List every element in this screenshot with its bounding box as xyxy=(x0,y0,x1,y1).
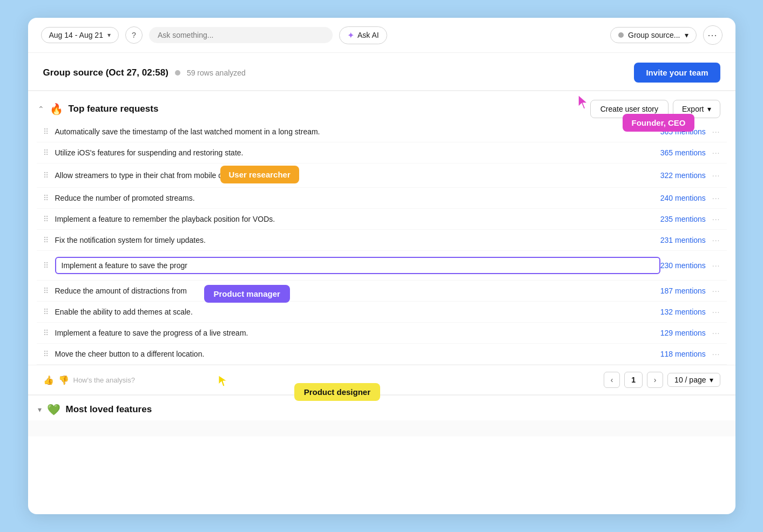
mentions-count[interactable]: 365 mentions xyxy=(660,148,706,157)
row-more-button[interactable]: ··· xyxy=(712,350,720,358)
row-more-button[interactable]: ··· xyxy=(712,215,720,223)
row-text: Utilize iOS's features for suspending an… xyxy=(55,148,244,157)
group-source-dot-icon xyxy=(618,32,624,38)
next-page-button[interactable]: › xyxy=(647,372,663,388)
row-more-button[interactable]: ··· xyxy=(712,194,720,202)
mentions-count[interactable]: 129 mentions xyxy=(660,329,706,337)
date-range-label: Aug 14 - Aug 21 xyxy=(49,31,103,39)
product-designer-badge: Product designer xyxy=(294,383,380,401)
table-row: ⠿ Move the cheer button to a different l… xyxy=(37,344,727,365)
drag-handle-icon[interactable]: ⠿ xyxy=(43,194,49,202)
orange-cursor-icon xyxy=(248,169,259,181)
thumbs-down-button[interactable]: 👎 xyxy=(58,375,69,385)
drag-handle-icon[interactable]: ⠿ xyxy=(43,236,49,244)
row-text: Automatically save the timestamp of the … xyxy=(55,127,320,136)
date-picker[interactable]: Aug 14 - Aug 21 ▾ xyxy=(41,27,119,43)
thumbs-up-button[interactable]: 👍 xyxy=(43,375,54,385)
row-more-button[interactable]: ··· xyxy=(712,127,720,136)
mentions-count[interactable]: 365 mentions xyxy=(660,127,706,136)
chevron-down-icon: ▾ xyxy=(710,376,713,384)
rows-analyzed-label: 59 rows analyzed xyxy=(187,69,246,77)
search-input[interactable] xyxy=(158,31,324,39)
heart-icon: 💚 xyxy=(47,403,60,416)
mentions-count[interactable]: 132 mentions xyxy=(660,308,706,316)
more-options-button[interactable]: ··· xyxy=(703,25,723,45)
row-more-button[interactable]: ··· xyxy=(712,236,720,244)
table-row: ⠿ Enable the ability to add themes at sc… xyxy=(37,302,727,323)
chevron-down-icon: ▾ xyxy=(707,105,711,113)
section2-header: ▾ 💚 Most loved features xyxy=(28,395,735,420)
chevron-down-icon: ▾ xyxy=(685,31,688,39)
table-row: ⠿ Reduce the number of promoted streams.… xyxy=(37,188,727,209)
create-user-story-button[interactable]: Create user story xyxy=(590,100,669,118)
drag-handle-icon[interactable]: ⠿ xyxy=(43,308,49,316)
prev-page-button[interactable]: ‹ xyxy=(604,372,620,388)
pagination: ‹ 1 › 10 / page ▾ xyxy=(604,372,720,388)
table-footer: 👍 👎 How's the analysis? Product designer… xyxy=(28,365,735,394)
row-text: Reduce the amount of distractions from xyxy=(55,287,187,295)
mentions-count[interactable]: 118 mentions xyxy=(660,350,706,358)
per-page-label: 10 / page xyxy=(674,376,706,384)
row-more-button[interactable]: ··· xyxy=(712,148,720,157)
drag-handle-icon[interactable]: ⠿ xyxy=(43,148,49,157)
ask-ai-button[interactable]: ✦ Ask AI xyxy=(339,26,387,44)
current-page: 1 xyxy=(624,372,643,388)
group-source-button[interactable]: Group source... ▾ xyxy=(610,27,697,43)
svg-marker-0 xyxy=(578,95,588,109)
row-text: Allow streamers to type in their chat fr… xyxy=(55,171,240,180)
section2-title: Most loved features xyxy=(66,404,152,415)
drag-handle-icon[interactable]: ⠿ xyxy=(43,215,49,223)
mentions-count[interactable]: 230 mentions xyxy=(660,261,706,270)
section1-header: ⌃ 🔥 Top feature requests Create user sto… xyxy=(28,91,735,121)
page-title: Group source (Oct 27, 02:58) xyxy=(43,67,168,78)
row-edit-input[interactable] xyxy=(55,257,660,274)
collapse-section2-button[interactable]: ▾ xyxy=(38,405,42,414)
section1-title: Top feature requests xyxy=(69,104,159,114)
table-row: ⠿ Implement a feature to save the progre… xyxy=(37,323,727,344)
table-row: ⠿ Automatically save the timestamp of th… xyxy=(37,121,727,142)
mentions-count[interactable]: 235 mentions xyxy=(660,215,706,223)
mentions-count[interactable]: 187 mentions xyxy=(660,287,706,295)
row-text: Move the cheer button to a different loc… xyxy=(55,350,205,358)
drag-handle-icon[interactable]: ⠿ xyxy=(43,127,49,136)
table-row: ⠿ Reduce the amount of distractions from… xyxy=(37,281,727,302)
mentions-count[interactable]: 231 mentions xyxy=(660,236,706,244)
row-more-button[interactable]: ··· xyxy=(712,287,720,295)
ask-ai-label: Ask AI xyxy=(357,31,379,39)
invite-team-button[interactable]: Invite your team xyxy=(634,63,720,83)
drag-handle-icon[interactable]: ⠿ xyxy=(43,171,49,180)
drag-handle-icon[interactable]: ⠿ xyxy=(43,329,49,337)
status-dot-icon xyxy=(175,70,180,76)
table-row: ⠿ 230 mentions ··· xyxy=(37,251,727,281)
drag-handle-icon[interactable]: ⠿ xyxy=(43,261,49,270)
svg-marker-2 xyxy=(219,376,227,386)
table-row: ⠿ Implement a feature to remember the pl… xyxy=(37,209,727,230)
page-header: Group source (Oct 27, 02:58) 59 rows ana… xyxy=(28,53,735,91)
collapse-section1-button[interactable]: ⌃ xyxy=(38,105,44,113)
row-text: Implement a feature to save the progress… xyxy=(55,329,248,337)
chevron-down-icon: ▾ xyxy=(107,31,111,39)
help-button[interactable]: ? xyxy=(125,26,143,44)
row-text: Implement a feature to remember the play… xyxy=(55,215,275,223)
drag-handle-icon[interactable]: ⠿ xyxy=(43,350,49,358)
row-more-button[interactable]: ··· xyxy=(712,308,720,316)
row-more-button[interactable]: ··· xyxy=(712,261,720,270)
per-page-selector[interactable]: 10 / page ▾ xyxy=(667,373,720,387)
group-source-label: Group source... xyxy=(628,31,680,39)
drag-handle-icon[interactable]: ⠿ xyxy=(43,287,49,295)
top-bar: Aug 14 - Aug 21 ▾ ? ✦ Ask AI Group sourc… xyxy=(28,18,735,53)
mentions-count[interactable]: 322 mentions xyxy=(660,171,706,180)
table-row: ⠿ Fix the notification system for timely… xyxy=(37,230,727,251)
row-text: Reduce the number of promoted streams. xyxy=(55,194,195,202)
table-row: ⠿ Allow streamers to type in their chat … xyxy=(37,163,727,188)
search-bar xyxy=(149,27,333,43)
row-more-button[interactable]: ··· xyxy=(712,171,720,180)
edited-label: (edited) xyxy=(268,172,291,179)
export-label: Export xyxy=(682,105,704,113)
row-more-button[interactable]: ··· xyxy=(712,329,720,337)
row-text: Enable the ability to add themes at scal… xyxy=(55,308,193,316)
yellow-cursor-icon xyxy=(217,374,229,387)
mentions-count[interactable]: 240 mentions xyxy=(660,194,706,202)
feedback-text: How's the analysis? xyxy=(73,376,135,384)
export-button[interactable]: Export ▾ xyxy=(673,100,720,118)
